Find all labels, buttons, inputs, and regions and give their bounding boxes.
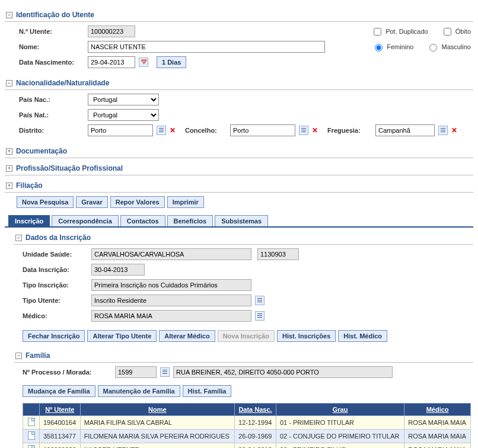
- document-icon[interactable]: [28, 418, 35, 426]
- manutencao-familia-button[interactable]: Manutenção de Família: [98, 385, 180, 397]
- nova-pesquisa-button[interactable]: Nova Pesquisa: [17, 196, 74, 208]
- cell-nome: FILOMENA MARIA SILVA PEREIRA RODRIGUES: [80, 430, 234, 443]
- cell-num: 196400164: [40, 416, 81, 430]
- repor-valores-button[interactable]: Repor Valores: [110, 196, 165, 208]
- dias-button[interactable]: 1 Dias: [157, 56, 186, 68]
- cell-data: 26-09-1969: [235, 430, 276, 443]
- num-utente-field: [88, 25, 135, 37]
- fechar-inscricao-button[interactable]: Fechar Inscrição: [23, 330, 85, 342]
- concelho-field[interactable]: [230, 124, 295, 136]
- col-medico[interactable]: Médico: [404, 404, 471, 416]
- table-row[interactable]: 100000223NASCER UTENTE29-04-201303 - PRI…: [23, 443, 471, 449]
- col-num-utente[interactable]: Nº Utente: [40, 404, 81, 416]
- cell-medico: ROSA MARIA MAIA: [404, 430, 471, 443]
- table-row[interactable]: 358113477FILOMENA MARIA SILVA PEREIRA RO…: [23, 430, 471, 443]
- label-distrito: Distrito:: [19, 127, 84, 134]
- tipo-utente-field: [91, 295, 251, 306]
- expand-documentacao[interactable]: +: [6, 148, 12, 155]
- medico-field: [91, 310, 251, 322]
- collapse-dados-inscricao[interactable]: −: [15, 235, 22, 241]
- radio-feminino[interactable]: Feminino: [372, 42, 413, 52]
- pais-nat-select[interactable]: Portugal: [88, 109, 159, 121]
- tab-correspondencia[interactable]: Correspondência: [52, 215, 118, 226]
- section-title-dados-inscricao: Dados da Inscrição: [26, 233, 91, 242]
- label-data-nasc: Data Nascimento:: [19, 59, 84, 66]
- label-num-utente: N.º Utente:: [19, 28, 84, 35]
- table-row[interactable]: 196400164MARIA FILIPA SILVA CABRAL12-12-…: [23, 416, 471, 430]
- tab-contactos[interactable]: Contactos: [120, 215, 165, 226]
- cell-data: 12-12-1994: [235, 416, 276, 430]
- label-unidade-saude: Unidade Saúde:: [23, 251, 88, 258]
- cell-grau: 01 - PRIMEIRO TITULAR: [276, 416, 404, 430]
- list-icon-tipo-utente[interactable]: [255, 296, 265, 305]
- collapse-identificacao[interactable]: −: [6, 12, 12, 18]
- nome-field[interactable]: [88, 41, 325, 53]
- document-icon[interactable]: [28, 445, 35, 448]
- col-nome[interactable]: Nome: [80, 404, 234, 416]
- morada-field: [173, 366, 393, 378]
- cell-num: 100000223: [40, 443, 81, 449]
- data-inscricao-field: [91, 264, 145, 276]
- label-pais-nat: País Nat.:: [19, 111, 84, 119]
- cell-num: 358113477: [40, 430, 81, 443]
- expand-profissao[interactable]: +: [6, 165, 12, 172]
- hist-medico-button[interactable]: Hist. Médico: [338, 330, 387, 342]
- list-icon-concelho[interactable]: [299, 126, 308, 135]
- label-nome: Nome:: [19, 43, 84, 50]
- cell-grau: 02 - CONJUGE DO PRIMEIRO TITULAR: [276, 430, 404, 443]
- hist-familia-button[interactable]: Hist. Família: [183, 385, 232, 397]
- hist-inscricoes-button[interactable]: Hist. Inscrições: [277, 330, 336, 342]
- alterar-medico-button[interactable]: Alterar Médico: [159, 330, 215, 342]
- label-tipo-inscricao: Tipo Inscrição:: [23, 281, 88, 289]
- tab-inscricao[interactable]: Inscrição: [8, 215, 50, 226]
- tab-beneficios[interactable]: Benefícios: [167, 215, 213, 226]
- section-title-profissao: Profissão/Situação Profissional: [16, 164, 123, 172]
- radio-masculino[interactable]: Masculino: [426, 42, 471, 52]
- collapse-familia[interactable]: −: [15, 353, 22, 359]
- clear-concelho-icon[interactable]: ✕: [312, 126, 318, 135]
- cell-data: 29-04-2013: [235, 443, 276, 449]
- collapse-nacionalidade[interactable]: −: [6, 80, 12, 87]
- label-processo-morada: Nº Processo / Morada:: [23, 369, 111, 376]
- label-tipo-utente: Tipo Utente:: [23, 297, 88, 304]
- distrito-field[interactable]: [88, 124, 153, 136]
- clear-distrito-icon[interactable]: ✕: [170, 126, 176, 135]
- section-title-filiacao: Filiação: [16, 181, 43, 190]
- freguesia-field[interactable]: [375, 124, 435, 136]
- list-icon-processo[interactable]: [160, 367, 170, 377]
- tab-subsistemas[interactable]: Subsistemas: [215, 215, 268, 226]
- calendar-icon[interactable]: 📅: [139, 57, 148, 67]
- checkbox-pot-duplicado[interactable]: Pot. Duplicado: [371, 26, 428, 37]
- nova-inscricao-button: Nova Inscrição: [218, 330, 275, 342]
- processo-field: [115, 366, 157, 378]
- col-data-nasc[interactable]: Data Nasc.: [235, 404, 276, 416]
- alterar-tipo-utente-button[interactable]: Alterar Tipo Utente: [87, 330, 157, 342]
- label-freguesia: Freguesia:: [327, 127, 372, 134]
- tipo-inscricao-field: [91, 279, 251, 291]
- cell-grau: 03 - PRIMEIRO FILHO: [276, 443, 404, 449]
- clear-freguesia-icon[interactable]: ✕: [451, 126, 457, 135]
- label-medico: Médico:: [23, 312, 88, 319]
- list-icon-medico[interactable]: [255, 311, 265, 321]
- gravar-button[interactable]: Gravar: [76, 196, 107, 208]
- mudanca-familia-button[interactable]: Mudança de Família: [23, 385, 95, 397]
- unidade-cod-field: [257, 248, 299, 260]
- familia-table: Nº Utente Nome Data Nasc. Grau Médico 19…: [23, 403, 471, 448]
- label-concelho: Concelho:: [185, 127, 227, 134]
- pais-nac-select[interactable]: Portugal: [88, 94, 159, 105]
- section-title-identificacao: Identificação do Utente: [16, 11, 94, 19]
- imprimir-button[interactable]: Imprimir: [167, 196, 204, 208]
- list-icon-freguesia[interactable]: [438, 126, 448, 135]
- unidade-nome-field: [91, 248, 251, 260]
- section-title-familia: Família: [26, 351, 50, 360]
- label-data-inscricao: Data Inscrição:: [23, 266, 88, 273]
- checkbox-obito[interactable]: Óbito: [441, 26, 471, 37]
- list-icon-distrito[interactable]: [157, 126, 166, 135]
- document-icon[interactable]: [28, 431, 35, 440]
- expand-filiacao[interactable]: +: [6, 183, 12, 189]
- col-doc-icon: [23, 404, 40, 416]
- cell-nome: NASCER UTENTE: [80, 443, 234, 449]
- col-grau[interactable]: Grau: [276, 404, 404, 416]
- data-nasc-field[interactable]: [88, 56, 135, 68]
- cell-medico: ROSA MARIA MAIA: [404, 443, 471, 449]
